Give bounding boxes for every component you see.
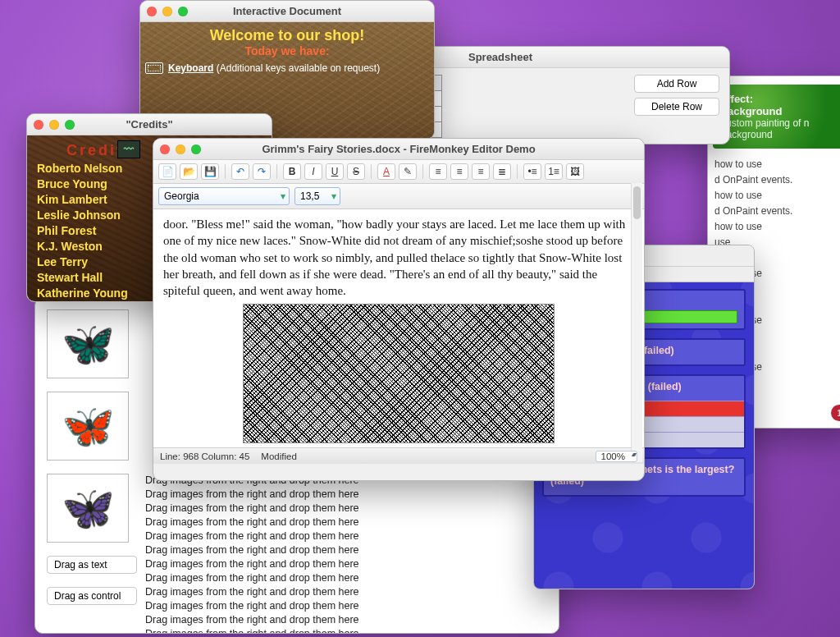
zoom-icon[interactable] — [191, 144, 201, 154]
shop-headline: Welcome to our shop! — [145, 27, 429, 44]
drop-hint-line: Drag images from the right and drop them… — [145, 585, 547, 599]
zoom-icon[interactable] — [65, 120, 75, 130]
drop-hint-line: Drag images from the right and drop them… — [145, 543, 547, 557]
drop-hint-line: Drag images from the right and drop them… — [145, 502, 547, 516]
undo-button[interactable]: ↶ — [231, 163, 249, 180]
zoom-icon[interactable] — [178, 7, 188, 16]
effect-title-1: effect: — [721, 93, 840, 105]
drop-hint-line: Drag images from the right and drop them… — [145, 488, 547, 502]
effect-line: how to use — [714, 219, 840, 235]
window-title: Grimm's Fairy Stories.docx - FireMonkey … — [207, 143, 591, 155]
strike-button[interactable]: S — [347, 163, 365, 180]
underline-button[interactable]: U — [326, 163, 344, 180]
traffic-lights[interactable] — [34, 120, 75, 130]
drop-hint-line: Drag images from the right and drop them… — [145, 557, 547, 571]
align-center-button[interactable]: ≡ — [450, 163, 468, 180]
delete-row-button[interactable]: Delete Row — [634, 98, 719, 116]
effect-line: how to use — [714, 157, 840, 172]
align-right-button[interactable]: ≡ — [472, 163, 490, 180]
align-justify-button[interactable]: ≣ — [493, 163, 511, 180]
minimize-icon[interactable] — [176, 144, 185, 154]
editor-toolbar: 📄 📂 💾 ↶ ↷ B I U S A ✎ ≡ ≡ ≡ ≣ •≡ 1≡ 🖼 — [153, 160, 644, 184]
save-file-button[interactable]: 💾 — [201, 163, 219, 180]
bold-button[interactable]: B — [283, 163, 301, 180]
minimize-icon[interactable] — [162, 7, 172, 16]
shop-item-note: (Additional keys available on request) — [217, 62, 380, 74]
align-left-button[interactable]: ≡ — [429, 163, 447, 180]
drop-hint-line: Drag images from the right and drop them… — [145, 599, 547, 613]
status-bar: Line: 968 Column: 45 Modified 100% — [153, 447, 644, 464]
add-row-button[interactable]: Add Row — [634, 75, 719, 93]
butterfly-icon: 🦋 — [62, 323, 115, 365]
effect-subtitle: custom painting of n background — [721, 117, 840, 140]
close-icon[interactable] — [34, 120, 43, 130]
effect-line: d OnPaint events. — [714, 204, 840, 219]
shop-subhead: Today we have: — [145, 44, 429, 57]
window-title: Interactive Document — [194, 5, 381, 17]
titlebar[interactable]: Grimm's Fairy Stories.docx - FireMonkey … — [153, 139, 644, 160]
drop-hint-line: Drag images from the right and drop them… — [145, 516, 547, 529]
status-caret: Line: 968 Column: 45 — [160, 451, 249, 461]
drop-hint-line: Drag images from the right and drop them… — [145, 627, 547, 634]
oscilloscope-icon: 〰 — [117, 140, 140, 158]
traffic-lights[interactable] — [147, 7, 188, 16]
drag-as-control-button[interactable]: Drag as control — [47, 587, 137, 605]
document-paragraph: door. "Bless me!" said the woman, "how b… — [163, 218, 625, 297]
scrollbar-thumb[interactable] — [633, 186, 641, 219]
insert-image-button[interactable]: 🖼 — [566, 163, 584, 180]
butterfly-icon: 🦋 — [62, 487, 115, 529]
effect-header-card: effect: background custom painting of n … — [713, 85, 840, 149]
effect-line: how to use — [714, 188, 840, 204]
close-icon[interactable] — [147, 7, 157, 16]
font-size-select[interactable]: 13,5 — [294, 187, 340, 205]
italic-button[interactable]: I — [304, 163, 322, 180]
thumbnail-1[interactable]: 🦋 — [47, 309, 129, 378]
highlight-button[interactable]: ✎ — [399, 163, 417, 180]
minimize-icon[interactable] — [49, 120, 59, 130]
new-file-button[interactable]: 📄 — [158, 163, 176, 180]
drop-hint-line: Drag images from the right and drop them… — [145, 571, 547, 585]
thumbnail-3[interactable]: 🦋 — [47, 474, 129, 543]
titlebar[interactable]: Interactive Document — [140, 1, 434, 22]
drag-as-text-button[interactable]: Drag as text — [47, 556, 137, 574]
bullet-list-button[interactable]: •≡ — [523, 163, 541, 180]
titlebar[interactable]: "Credits" — [27, 114, 272, 135]
thumbnail-2[interactable]: 🦋 — [47, 392, 129, 461]
status-modified: Modified — [261, 451, 296, 461]
number-list-button[interactable]: 1≡ — [545, 163, 563, 180]
document-area[interactable]: door. "Bless me!" said the woman, "how b… — [153, 209, 644, 447]
font-family-select[interactable]: Georgia — [158, 187, 290, 205]
shop-item-label[interactable]: Keyboard — [168, 62, 213, 74]
window-title: "Credits" — [80, 118, 218, 131]
close-icon[interactable] — [160, 144, 170, 154]
window-editor: Grimm's Fairy Stories.docx - FireMonkey … — [153, 138, 645, 481]
drop-hint-line: Drag images from the right and drop them… — [145, 529, 547, 543]
keyboard-icon — [145, 62, 163, 74]
notification-badge[interactable]: 1 — [831, 405, 840, 421]
vertical-scrollbar[interactable] — [631, 183, 642, 462]
traffic-lights[interactable] — [160, 144, 201, 154]
font-color-button[interactable]: A — [377, 163, 395, 180]
redo-button[interactable]: ↷ — [253, 163, 271, 180]
butterfly-icon: 🦋 — [62, 405, 115, 447]
effect-title-2: background — [721, 105, 840, 117]
open-file-button[interactable]: 📂 — [180, 163, 198, 180]
document-illustration — [243, 304, 555, 443]
drop-hint-line: Drag images from the right and drop them… — [145, 613, 547, 627]
zoom-select[interactable]: 100% — [596, 451, 637, 462]
effect-line: d OnPaint events. — [714, 172, 840, 188]
